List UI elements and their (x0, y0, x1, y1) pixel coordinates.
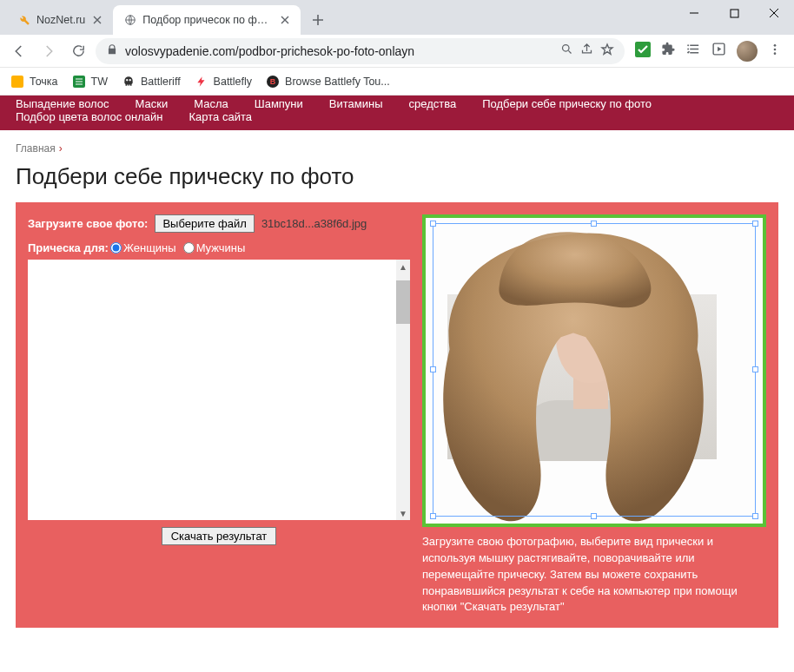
hairstyle-thumb[interactable] (79, 462, 119, 505)
hairstyle-thumb[interactable] (305, 462, 345, 505)
nav-link[interactable]: средства (409, 97, 457, 110)
hairstyle-thumb[interactable] (124, 267, 164, 311)
hairstyle-thumb[interactable] (169, 413, 209, 457)
download-button[interactable]: Скачать результат (162, 527, 277, 545)
handle-e[interactable] (752, 366, 758, 372)
scroll-thumb[interactable] (396, 280, 410, 324)
preview-canvas[interactable] (426, 218, 763, 524)
nav-link[interactable]: Шампуни (255, 97, 303, 110)
bookmark-battleriff[interactable]: Battleriff (122, 75, 181, 89)
label-men[interactable]: Мужчины (196, 241, 246, 254)
close-window-button[interactable] (754, 0, 794, 26)
handle-nw[interactable] (430, 221, 436, 227)
nav-link[interactable]: Карта сайта (189, 110, 252, 123)
hairstyle-thumb[interactable] (79, 365, 119, 408)
bookmark-battlefy[interactable]: BBrowse Battlefy Tou... (266, 75, 390, 89)
hairstyle-thumb[interactable] (79, 267, 119, 311)
handle-ne[interactable] (752, 221, 758, 227)
ext-list-icon[interactable] (686, 42, 701, 60)
hairstyle-thumb[interactable] (169, 462, 209, 505)
hairstyle-thumb[interactable] (34, 316, 74, 359)
hairstyle-thumb[interactable] (215, 267, 255, 311)
nav-link[interactable]: Подбери себе прическу по фото (482, 97, 652, 110)
choose-file-button[interactable]: Выберите файл (155, 214, 254, 233)
search-page-icon[interactable] (560, 43, 573, 59)
hairstyle-thumb[interactable] (169, 267, 209, 311)
hairstyle-thumb[interactable] (260, 462, 300, 505)
breadcrumb-home[interactable]: Главная (16, 142, 56, 155)
radio-women[interactable] (110, 242, 122, 254)
hairstyle-thumb[interactable] (124, 413, 164, 457)
ext-puzzle-icon[interactable] (661, 42, 676, 60)
nav-link[interactable]: Подбор цвета волос онлайн (16, 110, 163, 123)
maximize-button[interactable] (714, 0, 754, 26)
back-button[interactable] (7, 39, 31, 63)
share-icon[interactable] (580, 43, 593, 59)
bookmark-battlefly[interactable]: Battlefly (195, 75, 252, 89)
hairstyle-thumb[interactable] (350, 413, 390, 457)
nav-link[interactable]: Витамины (329, 97, 383, 110)
window-controls (674, 0, 794, 35)
hairstyle-thumb[interactable] (305, 267, 345, 311)
hairstyle-thumb[interactable] (260, 413, 300, 457)
ext-check-icon[interactable] (635, 42, 651, 61)
hairstyle-thumb[interactable] (79, 413, 119, 457)
hairstyle-thumb[interactable] (34, 267, 74, 311)
hairstyle-thumb[interactable] (215, 413, 255, 457)
handle-se[interactable] (752, 513, 758, 519)
hairstyle-thumb[interactable] (260, 365, 300, 408)
scroll-down-icon[interactable]: ▼ (396, 506, 410, 520)
hairstyle-thumb[interactable] (79, 316, 119, 359)
new-tab-button[interactable] (306, 8, 330, 32)
avatar[interactable] (737, 41, 758, 62)
reload-button[interactable] (66, 39, 90, 63)
hairstyle-thumb[interactable] (215, 365, 255, 408)
hairstyle-thumb[interactable] (169, 365, 209, 408)
hairstyle-thumb[interactable] (34, 365, 74, 408)
hairstyle-thumb[interactable] (350, 267, 390, 311)
star-icon[interactable] (600, 43, 614, 60)
nav-link[interactable]: Маски (136, 97, 169, 110)
scrollbar[interactable]: ▲ ▼ (396, 260, 410, 520)
tab-active[interactable]: Подбор причесок по фото онла (113, 5, 301, 35)
hairstyle-thumb[interactable] (350, 462, 390, 505)
url-input[interactable] (125, 44, 553, 58)
close-icon[interactable] (278, 13, 292, 27)
hairstyle-thumb[interactable] (305, 413, 345, 457)
hairstyle-thumb[interactable] (350, 316, 390, 359)
handle-sw[interactable] (430, 513, 436, 519)
page-content: Выпадение волос Маски Масла Шампуни Вита… (0, 96, 794, 672)
hairstyle-thumb[interactable] (215, 316, 255, 359)
hairstyle-thumb[interactable] (169, 316, 209, 359)
handle-w[interactable] (430, 366, 436, 372)
hairstyle-thumb[interactable] (260, 267, 300, 311)
hairstyle-thumb[interactable] (34, 462, 74, 505)
scroll-up-icon[interactable]: ▲ (396, 260, 410, 273)
hairstyle-thumb[interactable] (260, 316, 300, 359)
label-women[interactable]: Женщины (123, 241, 176, 254)
bookmark-tochka[interactable]: Точка (10, 75, 58, 89)
nav-link[interactable]: Выпадение волос (16, 97, 109, 110)
handle-n[interactable] (591, 221, 597, 227)
hairstyle-thumb[interactable] (215, 462, 255, 505)
hairstyle-thumb[interactable] (350, 365, 390, 408)
hairstyle-thumb[interactable] (124, 365, 164, 408)
hairstyle-thumb[interactable] (305, 316, 345, 359)
hairstyle-thumb[interactable] (34, 413, 74, 457)
menu-icon[interactable] (768, 43, 782, 60)
selection-box[interactable] (433, 223, 756, 517)
handle-s[interactable] (591, 513, 597, 519)
ext-media-icon[interactable] (711, 42, 726, 60)
bookmark-tw[interactable]: TW (72, 75, 108, 89)
upload-row: Загрузите свое фото: Выберите файл 31bc1… (28, 214, 410, 233)
hairstyle-thumb[interactable] (124, 462, 164, 505)
close-icon[interactable] (90, 13, 104, 27)
radio-men[interactable] (183, 242, 195, 254)
minimize-button[interactable] (674, 0, 714, 26)
hairstyle-thumb[interactable] (124, 316, 164, 359)
tab-noznet[interactable]: NozNet.ru (7, 5, 113, 35)
forward-button[interactable] (36, 39, 61, 63)
omnibox[interactable] (96, 38, 625, 64)
nav-link[interactable]: Масла (194, 97, 228, 110)
hairstyle-thumb[interactable] (305, 365, 345, 408)
